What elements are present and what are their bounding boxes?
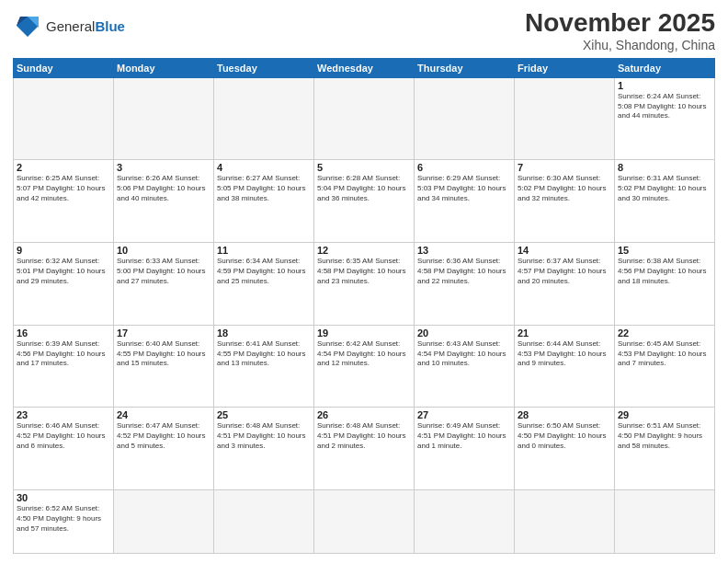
table-row: 28Sunrise: 6:50 AM Sunset: 4:50 PM Dayli… [515, 408, 615, 490]
day-number: 12 [317, 245, 411, 256]
day-info: Sunrise: 6:50 AM Sunset: 4:50 PM Dayligh… [518, 421, 611, 451]
day-number: 14 [518, 245, 611, 256]
day-info: Sunrise: 6:38 AM Sunset: 4:56 PM Dayligh… [618, 257, 711, 286]
table-row [214, 490, 314, 554]
table-row: 22Sunrise: 6:45 AM Sunset: 4:53 PM Dayli… [615, 325, 715, 408]
logo-text: GeneralBlue [46, 18, 125, 34]
day-number: 22 [618, 327, 711, 339]
table-row: 4Sunrise: 6:27 AM Sunset: 5:05 PM Daylig… [214, 160, 314, 243]
table-row: 10Sunrise: 6:33 AM Sunset: 5:00 PM Dayli… [114, 243, 214, 326]
day-number: 7 [518, 162, 611, 173]
day-info: Sunrise: 6:39 AM Sunset: 4:56 PM Dayligh… [17, 339, 110, 369]
table-row: 23Sunrise: 6:46 AM Sunset: 4:52 PM Dayli… [14, 408, 114, 490]
day-number: 19 [317, 327, 411, 339]
day-number: 6 [417, 162, 511, 173]
table-row: 15Sunrise: 6:38 AM Sunset: 4:56 PM Dayli… [615, 243, 715, 326]
day-info: Sunrise: 6:47 AM Sunset: 4:52 PM Dayligh… [117, 421, 210, 451]
day-number: 13 [417, 245, 511, 256]
col-friday: Friday [515, 58, 615, 77]
table-row: 12Sunrise: 6:35 AM Sunset: 4:58 PM Dayli… [314, 243, 415, 326]
day-info: Sunrise: 6:46 AM Sunset: 4:52 PM Dayligh… [17, 421, 110, 451]
table-row: 19Sunrise: 6:42 AM Sunset: 4:54 PM Dayli… [314, 325, 415, 408]
title-block: November 2025 Xihu, Shandong, China [525, 9, 715, 52]
calendar-subtitle: Xihu, Shandong, China [525, 38, 715, 52]
day-info: Sunrise: 6:48 AM Sunset: 4:51 PM Dayligh… [317, 421, 411, 451]
calendar-title: November 2025 [525, 9, 715, 38]
day-info: Sunrise: 6:52 AM Sunset: 4:50 PM Dayligh… [17, 504, 110, 534]
day-number: 17 [117, 327, 210, 339]
day-info: Sunrise: 6:44 AM Sunset: 4:53 PM Dayligh… [518, 339, 611, 369]
day-number: 27 [417, 409, 511, 420]
day-info: Sunrise: 6:30 AM Sunset: 5:02 PM Dayligh… [518, 174, 611, 203]
day-number: 9 [17, 245, 110, 256]
day-info: Sunrise: 6:37 AM Sunset: 4:57 PM Dayligh… [518, 257, 611, 286]
table-row [415, 77, 515, 160]
table-row [615, 490, 715, 554]
table-row: 25Sunrise: 6:48 AM Sunset: 4:51 PM Dayli… [214, 408, 314, 490]
table-row: 9Sunrise: 6:32 AM Sunset: 5:01 PM Daylig… [14, 243, 114, 326]
logo-icon [13, 13, 42, 39]
page: GeneralBlue November 2025 Xihu, Shandong… [0, 0, 728, 563]
day-number: 2 [17, 162, 110, 173]
day-number: 11 [217, 245, 311, 256]
table-row [114, 490, 214, 554]
day-number: 1 [618, 80, 711, 91]
day-number: 24 [117, 409, 210, 420]
table-row: 24Sunrise: 6:47 AM Sunset: 4:52 PM Dayli… [114, 408, 214, 490]
table-row: 2Sunrise: 6:25 AM Sunset: 5:07 PM Daylig… [14, 160, 114, 243]
table-row: 8Sunrise: 6:31 AM Sunset: 5:02 PM Daylig… [615, 160, 715, 243]
table-row: 16Sunrise: 6:39 AM Sunset: 4:56 PM Dayli… [14, 325, 114, 408]
day-number: 21 [518, 327, 611, 339]
col-saturday: Saturday [615, 58, 715, 77]
table-row: 5Sunrise: 6:28 AM Sunset: 5:04 PM Daylig… [314, 160, 415, 243]
calendar-table: Sunday Monday Tuesday Wednesday Thursday… [13, 58, 715, 554]
day-number: 23 [17, 409, 110, 420]
day-info: Sunrise: 6:43 AM Sunset: 4:54 PM Dayligh… [417, 339, 511, 369]
day-info: Sunrise: 6:41 AM Sunset: 4:55 PM Dayligh… [217, 339, 311, 369]
day-info: Sunrise: 6:49 AM Sunset: 4:51 PM Dayligh… [417, 421, 511, 451]
day-number: 3 [117, 162, 210, 173]
day-number: 25 [217, 409, 311, 420]
logo: GeneralBlue [13, 13, 125, 39]
table-row: 29Sunrise: 6:51 AM Sunset: 4:50 PM Dayli… [615, 408, 715, 490]
day-info: Sunrise: 6:34 AM Sunset: 4:59 PM Dayligh… [217, 257, 311, 286]
col-tuesday: Tuesday [214, 58, 314, 77]
table-row: 17Sunrise: 6:40 AM Sunset: 4:55 PM Dayli… [114, 325, 214, 408]
table-row: 6Sunrise: 6:29 AM Sunset: 5:03 PM Daylig… [415, 160, 515, 243]
day-number: 28 [518, 409, 611, 420]
col-thursday: Thursday [415, 58, 515, 77]
day-info: Sunrise: 6:28 AM Sunset: 5:04 PM Dayligh… [317, 174, 411, 203]
table-row [515, 77, 615, 160]
day-info: Sunrise: 6:32 AM Sunset: 5:01 PM Dayligh… [17, 257, 110, 286]
col-wednesday: Wednesday [314, 58, 415, 77]
day-info: Sunrise: 6:26 AM Sunset: 5:06 PM Dayligh… [117, 174, 210, 203]
day-info: Sunrise: 6:33 AM Sunset: 5:00 PM Dayligh… [117, 257, 210, 286]
table-row: 21Sunrise: 6:44 AM Sunset: 4:53 PM Dayli… [515, 325, 615, 408]
day-number: 5 [317, 162, 411, 173]
day-number: 30 [17, 492, 110, 503]
day-info: Sunrise: 6:29 AM Sunset: 5:03 PM Dayligh… [417, 174, 511, 203]
table-row [14, 77, 114, 160]
day-number: 16 [17, 327, 110, 339]
day-number: 8 [618, 162, 711, 173]
table-row: 27Sunrise: 6:49 AM Sunset: 4:51 PM Dayli… [415, 408, 515, 490]
day-info: Sunrise: 6:40 AM Sunset: 4:55 PM Dayligh… [117, 339, 210, 369]
header: GeneralBlue November 2025 Xihu, Shandong… [13, 9, 715, 52]
calendar-header-row: Sunday Monday Tuesday Wednesday Thursday… [14, 58, 715, 77]
day-info: Sunrise: 6:36 AM Sunset: 4:58 PM Dayligh… [417, 257, 511, 286]
day-number: 10 [117, 245, 210, 256]
table-row: 18Sunrise: 6:41 AM Sunset: 4:55 PM Dayli… [214, 325, 314, 408]
table-row [214, 77, 314, 160]
table-row [314, 77, 415, 160]
day-number: 29 [618, 409, 711, 420]
table-row: 1Sunrise: 6:24 AM Sunset: 5:08 PM Daylig… [615, 77, 715, 160]
col-sunday: Sunday [14, 58, 114, 77]
table-row: 26Sunrise: 6:48 AM Sunset: 4:51 PM Dayli… [314, 408, 415, 490]
day-info: Sunrise: 6:51 AM Sunset: 4:50 PM Dayligh… [618, 421, 711, 451]
day-info: Sunrise: 6:45 AM Sunset: 4:53 PM Dayligh… [618, 339, 711, 369]
table-row [415, 490, 515, 554]
day-info: Sunrise: 6:24 AM Sunset: 5:08 PM Dayligh… [618, 92, 711, 121]
day-info: Sunrise: 6:42 AM Sunset: 4:54 PM Dayligh… [317, 339, 411, 369]
col-monday: Monday [114, 58, 214, 77]
day-info: Sunrise: 6:35 AM Sunset: 4:58 PM Dayligh… [317, 257, 411, 286]
